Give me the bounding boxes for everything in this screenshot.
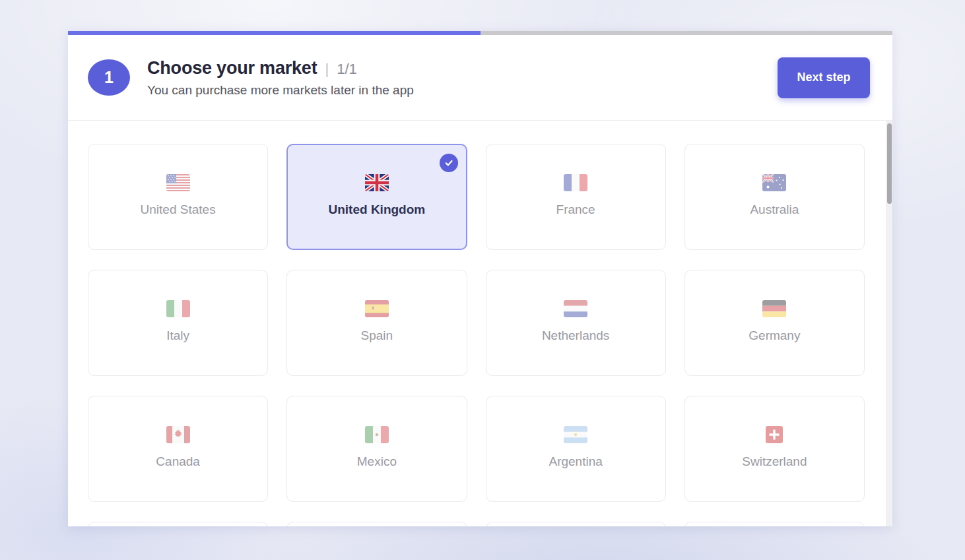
scrollbar-track[interactable] — [886, 121, 892, 526]
market-card-nl[interactable]: Netherlands — [486, 270, 666, 376]
next-step-button[interactable]: Next step — [778, 57, 870, 98]
mx-flag-icon — [365, 423, 389, 447]
market-card-label: Germany — [749, 328, 800, 343]
markets-grid: United StatesUnited KingdomFranceAustral… — [68, 121, 892, 526]
market-card-gb[interactable]: United Kingdom — [286, 144, 467, 250]
market-card-label: France — [556, 202, 595, 217]
au-flag-icon — [762, 171, 786, 195]
market-selection-panel: 1 Choose your market | 1/1 You can purch… — [68, 31, 892, 526]
market-card-partial[interactable] — [486, 522, 666, 526]
page-subtitle: You can purchase more markets later in t… — [147, 83, 414, 98]
ch-flag-icon — [762, 423, 786, 447]
market-card-label: Argentina — [549, 454, 602, 469]
market-card-label: Switzerland — [742, 454, 807, 469]
page-title: Choose your market — [147, 58, 317, 78]
market-card-fr[interactable]: France — [486, 144, 666, 250]
markets-grid-area: United StatesUnited KingdomFranceAustral… — [68, 121, 892, 526]
selected-check-icon — [440, 154, 458, 172]
title-block: Choose your market | 1/1 You can purchas… — [147, 58, 414, 98]
progress-bar — [68, 31, 892, 35]
market-card-label: United States — [141, 202, 216, 217]
progress-bar-fill — [68, 31, 481, 35]
fr-flag-icon — [564, 171, 587, 195]
market-card-de[interactable]: Germany — [684, 270, 865, 376]
ca-flag-icon — [166, 423, 190, 447]
market-card-ca[interactable]: Canada — [88, 396, 268, 502]
market-card-us[interactable]: United States — [88, 144, 268, 250]
market-card-es[interactable]: Spain — [286, 270, 467, 376]
market-card-mx[interactable]: Mexico — [286, 396, 467, 502]
it-flag-icon — [166, 297, 190, 321]
market-card-label: Australia — [750, 202, 799, 217]
market-card-label: Mexico — [357, 454, 397, 469]
es-flag-icon — [365, 297, 389, 321]
market-card-partial[interactable] — [286, 522, 467, 526]
market-card-label: Spain — [361, 328, 393, 343]
page-background: { "wizard": { "step_number": "1", "title… — [0, 0, 965, 560]
nl-flag-icon — [564, 297, 587, 321]
market-card-label: Italy — [166, 328, 189, 343]
market-card-ar[interactable]: Argentina — [486, 396, 666, 502]
gb-flag-icon — [365, 171, 389, 195]
market-card-partial[interactable] — [88, 522, 268, 526]
market-card-label: Canada — [156, 454, 200, 469]
market-card-label: United Kingdom — [329, 202, 426, 217]
us-flag-icon — [166, 171, 190, 195]
market-card-it[interactable]: Italy — [88, 270, 268, 376]
title-separator: | — [325, 61, 329, 78]
step-progress-counter: 1/1 — [337, 61, 357, 78]
scrollbar-thumb[interactable] — [887, 123, 892, 204]
wizard-header: 1 Choose your market | 1/1 You can purch… — [68, 35, 892, 121]
de-flag-icon — [762, 297, 786, 321]
ar-flag-icon — [564, 423, 587, 447]
step-number-badge: 1 — [88, 59, 130, 96]
market-card-ch[interactable]: Switzerland — [684, 396, 865, 502]
market-card-label: Netherlands — [542, 328, 609, 343]
market-card-au[interactable]: Australia — [684, 144, 865, 250]
market-card-partial[interactable] — [684, 522, 865, 526]
